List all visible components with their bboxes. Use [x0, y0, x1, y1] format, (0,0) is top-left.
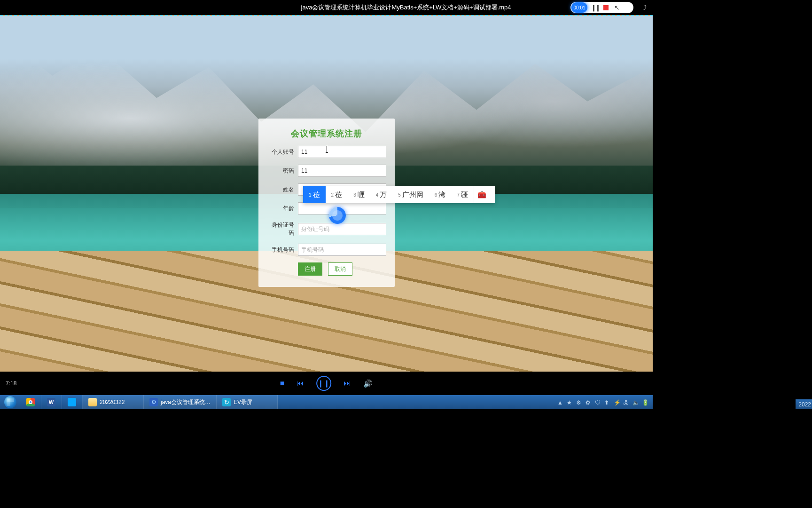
- start-button[interactable]: [0, 395, 21, 409]
- chrome-icon: [26, 398, 35, 406]
- button-row: 注册 取消: [267, 262, 386, 276]
- player-stop-icon[interactable]: ■: [280, 379, 285, 388]
- tray-network-icon[interactable]: 🖧: [623, 399, 629, 405]
- system-tray[interactable]: ▲ ★ ⚙ ✿ 🛡 ⬆ ⚡ 🖧 🔈 🔋: [553, 395, 653, 409]
- word-icon: [47, 398, 55, 406]
- registration-title: 会议管理系统注册: [267, 128, 386, 139]
- tray-battery-icon[interactable]: 🔋: [642, 399, 648, 405]
- taskbar-ev-recorder[interactable]: EV录屏: [217, 395, 278, 409]
- input-password[interactable]: [298, 165, 386, 177]
- cancel-button[interactable]: 取消: [328, 262, 352, 276]
- player-next-icon[interactable]: ⏭: [344, 379, 351, 388]
- taskbar-folder[interactable]: 20220322: [83, 395, 144, 409]
- label-age: 年龄: [267, 205, 298, 213]
- taskbar-baidu[interactable]: [62, 395, 83, 409]
- player-pause-icon[interactable]: ❙❙: [316, 376, 331, 391]
- recorder-cursor-icon: ↖: [614, 4, 620, 11]
- ime-candidate-6[interactable]: 6 湾: [429, 186, 452, 203]
- recorder-pause-icon[interactable]: ❙❙: [591, 4, 600, 11]
- ev-icon: [222, 398, 231, 406]
- recorder-timer: 00:01: [571, 2, 587, 13]
- ime-candidate-bar[interactable]: 1 莅 2 莅 3 喱 4 万 5 广州网 6 湾 7 疆 🧰: [303, 186, 495, 203]
- tray-icon[interactable]: ⚙: [576, 399, 582, 405]
- taskbar-folder-label: 20220322: [100, 399, 125, 405]
- tray-icon[interactable]: ▲: [557, 399, 563, 405]
- baidu-icon: [68, 398, 76, 406]
- video-file-title: java会议管理系统计算机毕业设计MyBatis+系统+LW文档+源码+调试部署…: [301, 3, 511, 12]
- taskbar-clock[interactable]: 2022: [796, 399, 812, 409]
- tray-icon[interactable]: ⬆: [604, 399, 610, 405]
- input-idcard[interactable]: [298, 223, 386, 235]
- label-phone: 手机号码: [267, 246, 298, 254]
- tray-icon[interactable]: ★: [567, 399, 573, 405]
- folder-icon: [88, 398, 97, 406]
- gear-icon: [149, 398, 158, 406]
- ime-candidate-3[interactable]: 3 喱: [348, 186, 370, 203]
- taskbar-ev-label: EV录屏: [234, 398, 252, 406]
- row-age: 年龄: [267, 202, 386, 214]
- register-button[interactable]: 注册: [298, 262, 322, 276]
- player-prev-icon[interactable]: ⏮: [297, 379, 304, 388]
- row-phone: 手机号码: [267, 244, 386, 256]
- video-title-bar: java会议管理系统计算机毕业设计MyBatis+系统+LW文档+源码+调试部署…: [0, 0, 812, 15]
- windows-taskbar[interactable]: 20220322 java会议管理系统… EV录屏 ▲ ★ ⚙ ✿ 🛡 ⬆ ⚡ …: [0, 395, 653, 409]
- label-name: 姓名: [267, 186, 298, 194]
- label-password: 密码: [267, 167, 298, 175]
- ime-candidate-2[interactable]: 2 莅: [326, 186, 348, 203]
- taskbar-java-app[interactable]: java会议管理系统…: [144, 395, 217, 409]
- tray-icon[interactable]: ⚡: [614, 399, 620, 405]
- input-account[interactable]: [298, 146, 386, 158]
- ime-candidate-5[interactable]: 5 广州网: [392, 186, 429, 203]
- windows-orb-icon: [4, 396, 16, 408]
- label-account: 个人账号: [267, 148, 298, 156]
- row-idcard: 身份证号码: [267, 221, 386, 237]
- loading-spinner-icon: [329, 207, 346, 224]
- recorder-stop-icon[interactable]: [603, 5, 609, 10]
- playback-time: 7:18: [6, 380, 16, 387]
- ime-candidate-7[interactable]: 7 疆: [451, 186, 474, 203]
- taskbar-java-label: java会议管理系统…: [161, 398, 211, 406]
- ime-candidate-1[interactable]: 1 莅: [303, 186, 326, 203]
- taskbar-chrome[interactable]: [21, 395, 41, 409]
- row-password: 密码: [267, 165, 386, 177]
- video-player-controls: 7:18 ■ ⏮ ❙❙ ⏭ 🔊: [0, 372, 653, 395]
- tray-icon[interactable]: ✿: [586, 399, 592, 405]
- tray-icon[interactable]: 🛡: [595, 399, 601, 405]
- input-phone[interactable]: [298, 244, 386, 256]
- ime-toolbox-icon[interactable]: 🧰: [474, 186, 490, 203]
- taskbar-word[interactable]: [41, 395, 62, 409]
- player-volume-icon[interactable]: 🔊: [363, 379, 373, 388]
- pin-icon[interactable]: ⤴: [643, 4, 647, 11]
- row-account: 个人账号: [267, 146, 386, 158]
- player-center-controls: ■ ⏮ ❙❙ ⏭ 🔊: [280, 376, 373, 391]
- screen-recorder-pill[interactable]: 00:01 ❙❙ ↖: [570, 2, 633, 13]
- label-idcard: 身份证号码: [267, 221, 298, 237]
- bottom-black-fill: [0, 409, 812, 508]
- tray-volume-icon[interactable]: 🔈: [632, 399, 639, 405]
- ime-candidate-4[interactable]: 4 万: [370, 186, 393, 203]
